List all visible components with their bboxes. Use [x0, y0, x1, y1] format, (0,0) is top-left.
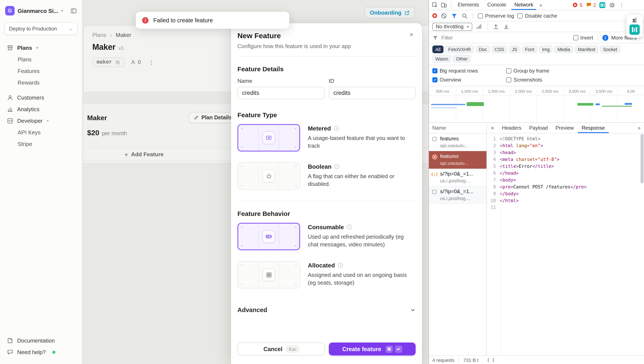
- tab-response[interactable]: Response: [578, 123, 608, 133]
- chip-wasm[interactable]: Wasm: [432, 55, 451, 63]
- console-errors-badge[interactable]: 5: [572, 2, 582, 8]
- info-icon[interactable]: i: [347, 224, 352, 230]
- extension-widget[interactable]: g|: [626, 14, 643, 38]
- filter-icon[interactable]: [451, 12, 458, 19]
- info-icon[interactable]: i: [334, 126, 339, 131]
- search-icon[interactable]: [461, 12, 468, 19]
- sidebar-item-plans-group[interactable]: Plans ▾: [4, 42, 78, 54]
- throttling-select[interactable]: No throttling▾: [432, 22, 472, 31]
- big-request-rows-checkbox[interactable]: ✓Big request rows: [432, 68, 506, 74]
- close-icon[interactable]: ×: [407, 30, 416, 40]
- option-card-allocated[interactable]: [238, 261, 300, 288]
- sidebar-item-customers[interactable]: Customers: [4, 92, 78, 104]
- tab-payload[interactable]: Payload: [525, 123, 552, 133]
- group-by-frame-checkbox[interactable]: Group by frame: [506, 68, 549, 74]
- chip-manifest[interactable]: Manifest: [575, 46, 598, 53]
- record-button[interactable]: [432, 13, 437, 18]
- tab-headers[interactable]: Headers: [498, 123, 525, 133]
- more-tabs-icon[interactable]: »: [538, 2, 543, 8]
- inspect-icon[interactable]: [432, 2, 438, 8]
- plan-slug-badge[interactable]: maker: [92, 58, 124, 67]
- sidebar-item-documentation[interactable]: Documentation: [4, 335, 78, 346]
- sidebar-item-need-help[interactable]: Need help?: [4, 346, 78, 358]
- chip-doc[interactable]: Doc: [476, 46, 490, 53]
- chip-js[interactable]: JS: [509, 46, 520, 53]
- chip-font[interactable]: Font: [522, 46, 537, 53]
- preserve-log-checkbox[interactable]: Preserve log: [478, 13, 514, 19]
- name-input[interactable]: [238, 87, 324, 99]
- request-row[interactable]: s/?ip=0&_=1...us.i.posthog....: [429, 186, 486, 204]
- kebab-menu-button[interactable]: ⋮: [147, 59, 156, 66]
- onboarding-button[interactable]: Onboarding: [365, 7, 415, 18]
- option-metered[interactable]: Meteredi A usage-based feature that you …: [238, 124, 416, 152]
- workspace-switcher[interactable]: G Gianmarco Si... ▾: [0, 0, 82, 19]
- create-feature-button[interactable]: Create feature ⌘ ↵: [329, 342, 416, 356]
- scrollbar-thumb[interactable]: [640, 134, 644, 183]
- option-allocated[interactable]: Allocatedi Assigned and used on an ongoi…: [238, 261, 416, 288]
- chip-media[interactable]: Media: [554, 46, 573, 53]
- chevron-down-icon: ▾: [47, 119, 49, 123]
- settings-gear-icon[interactable]: [609, 2, 616, 8]
- sidebar-item-developer[interactable]: Developer ▾: [4, 115, 78, 127]
- option-card-boolean[interactable]: [238, 162, 300, 190]
- column-header-name[interactable]: Name: [429, 123, 486, 134]
- requests-table: Name featuresapi.useautu... featuresapi.…: [429, 123, 487, 356]
- option-consumable[interactable]: Consumablei Used up and refreshed period…: [238, 223, 416, 250]
- format-braces-icon[interactable]: { }: [487, 358, 494, 362]
- disable-cache-checkbox[interactable]: Disable cache: [518, 13, 557, 19]
- chip-css[interactable]: CSS: [492, 46, 507, 53]
- info-icon[interactable]: i: [338, 263, 343, 268]
- tab-preview[interactable]: Preview: [552, 123, 578, 133]
- export-har-icon[interactable]: [502, 23, 510, 30]
- copy-icon[interactable]: [116, 60, 120, 64]
- issues-badge[interactable]: 2: [586, 2, 596, 8]
- request-row[interactable]: {;} s/?ip=0&_=1...us.i.posthog....: [429, 169, 486, 186]
- disable-cache-label: Disable cache: [525, 13, 557, 19]
- sidebar-item-stripe[interactable]: Stripe: [4, 138, 78, 150]
- sidebar-item-analytics[interactable]: Analytics: [4, 104, 78, 115]
- sidebar-item-rewards[interactable]: Rewards: [4, 77, 78, 88]
- sidebar-item-api-keys[interactable]: API Keys: [4, 127, 78, 138]
- invert-checkbox[interactable]: Invert: [573, 34, 593, 40]
- sidebar-item-features[interactable]: Features: [4, 65, 78, 77]
- clear-icon[interactable]: [440, 12, 447, 19]
- response-code[interactable]: 1<!DOCTYPE html>2<html lang="en">3<head>…: [487, 134, 644, 356]
- chip-socket[interactable]: Socket: [600, 46, 620, 53]
- chip-other[interactable]: Other: [453, 55, 470, 63]
- chip-img[interactable]: Img: [539, 46, 553, 53]
- close-icon[interactable]: ×: [487, 124, 498, 131]
- advanced-heading: Advanced: [238, 306, 267, 313]
- screenshots-checkbox[interactable]: Screenshots: [506, 76, 542, 83]
- deploy-to-production-button[interactable]: Deploy to Production →: [4, 22, 78, 35]
- network-overview-graph[interactable]: [429, 95, 644, 123]
- extension-icon[interactable]: [599, 2, 605, 8]
- sidebar-item-plans[interactable]: Plans: [4, 54, 78, 65]
- option-card-metered[interactable]: [238, 124, 300, 152]
- import-har-icon[interactable]: [492, 23, 499, 30]
- network-conditions-icon[interactable]: [476, 23, 482, 30]
- plan-details-button[interactable]: Plan Details: [189, 112, 236, 123]
- cancel-button[interactable]: Cancel Esc: [238, 342, 325, 356]
- chip-fetch-xhr[interactable]: Fetch/XHR: [445, 46, 474, 53]
- option-card-consumable[interactable]: [238, 223, 300, 250]
- network-filter-input[interactable]: [441, 34, 570, 40]
- more-tabs-icon[interactable]: »: [637, 125, 644, 131]
- request-row[interactable]: featuresapi.useautu...: [429, 134, 486, 151]
- sidebar-bars-icon[interactable]: [630, 24, 640, 35]
- device-toolbar-icon[interactable]: [440, 2, 447, 8]
- tab-network[interactable]: Network: [511, 0, 536, 10]
- breadcrumb-plans[interactable]: Plans: [92, 32, 106, 38]
- request-row-selected-error[interactable]: featuresapi.useautu...: [429, 151, 486, 169]
- tab-console[interactable]: Console: [484, 0, 509, 10]
- overview-checkbox[interactable]: ✓Overview: [432, 76, 506, 83]
- ruler-tick: 2,500 ms: [536, 89, 563, 94]
- advanced-section-toggle[interactable]: Advanced: [238, 306, 416, 313]
- info-icon[interactable]: i: [334, 164, 340, 169]
- devtools-menu-icon[interactable]: ⋮: [619, 2, 624, 8]
- chip-all[interactable]: All: [432, 46, 444, 53]
- plan-version: v1: [118, 45, 124, 51]
- sidebar-collapse-icon[interactable]: [70, 8, 77, 14]
- option-boolean[interactable]: Booleani A flag that can either be enabl…: [238, 162, 416, 190]
- tab-elements[interactable]: Elements: [455, 0, 482, 10]
- id-input[interactable]: [329, 87, 416, 99]
